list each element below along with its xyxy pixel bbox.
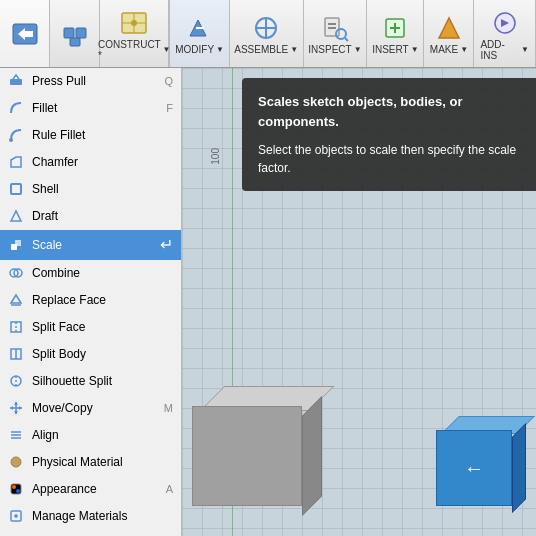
toolbar-inspect[interactable]: INSPECT ▼: [304, 0, 368, 67]
menu-item-draft[interactable]: Draft: [0, 203, 181, 230]
blue-cube: ←: [436, 416, 526, 506]
silhouette-split-label: Silhouette Split: [32, 374, 173, 388]
replace-face-icon: [8, 292, 24, 308]
tooltip-title: Scales sketch objects, bodies, or compon…: [258, 92, 536, 131]
menu-item-split-face[interactable]: Split Face: [0, 314, 181, 341]
modify-menu: Press Pull Q Fillet F Rule Fillet Chamfe…: [0, 68, 182, 536]
objects-area: ←: [192, 386, 526, 506]
press-pull-label: Press Pull: [32, 74, 156, 88]
svg-point-37: [11, 457, 21, 467]
split-body-label: Split Body: [32, 347, 173, 361]
canvas-area[interactable]: 100 Scales sketch objects, bodies, or co…: [182, 68, 536, 536]
draft-icon: [8, 208, 24, 224]
svg-point-40: [16, 489, 20, 493]
svg-point-9: [131, 20, 137, 26]
toolbar-addins[interactable]: ADD-INS ▼: [474, 0, 536, 67]
gray-cube-front: [192, 406, 302, 506]
svg-point-19: [9, 138, 13, 142]
toolbar-assemble[interactable]: ASSEMBLE ▼: [230, 0, 304, 67]
inspect-icon: [319, 12, 351, 44]
toolbar-make[interactable]: MAKE ▼: [424, 0, 474, 67]
move-copy-label: Move/Copy: [32, 401, 156, 415]
svg-marker-30: [14, 402, 18, 405]
menu-item-fillet[interactable]: Fillet F: [0, 95, 181, 122]
shell-icon: [8, 181, 24, 197]
insert-icon: [379, 12, 411, 44]
svg-rect-4: [76, 28, 86, 38]
split-face-icon: [8, 319, 24, 335]
gray-cube-right: [302, 396, 322, 516]
svg-marker-31: [14, 411, 18, 414]
menu-item-silhouette-split[interactable]: Silhouette Split: [0, 368, 181, 395]
svg-marker-33: [19, 406, 22, 410]
toolbar-insert[interactable]: INSERT ▼: [367, 0, 424, 67]
chamfer-icon: [8, 154, 24, 170]
assemble-label: ASSEMBLE ▼: [234, 44, 298, 55]
svg-rect-5: [70, 38, 80, 46]
toolbar: CONSTRUCT * ▼ MODIFY ▼: [0, 0, 536, 68]
make-icon: [433, 12, 465, 44]
svg-rect-22: [15, 240, 21, 246]
appearance-icon: [8, 481, 24, 497]
draft-label: Draft: [32, 209, 165, 223]
addins-label: ADD-INS ▼: [480, 39, 529, 61]
menu-item-appearance[interactable]: Appearance A: [0, 476, 181, 503]
menu-item-physical-material[interactable]: Physical Material: [0, 449, 181, 476]
blue-cube-right: [512, 423, 526, 513]
back-icon: [9, 18, 41, 50]
menu-item-combine[interactable]: Combine: [0, 260, 181, 287]
menu-item-split-body[interactable]: Split Body: [0, 341, 181, 368]
press-pull-shortcut: Q: [164, 75, 173, 87]
menu-item-scale[interactable]: Scale ↵: [0, 230, 181, 260]
svg-marker-32: [10, 406, 13, 410]
menu-item-align[interactable]: Align: [0, 422, 181, 449]
silhouette-split-icon: [8, 373, 24, 389]
construct-label: CONSTRUCT * ▼: [98, 39, 171, 61]
menu-item-move-copy[interactable]: Move/Copy M: [0, 395, 181, 422]
menu-item-chamfer[interactable]: Chamfer: [0, 149, 181, 176]
svg-rect-38: [11, 484, 21, 494]
scale-label: Scale: [32, 238, 152, 252]
physical-material-label: Physical Material: [32, 455, 173, 469]
svg-rect-18: [10, 79, 22, 85]
menu-item-replace-face[interactable]: Replace Face: [0, 287, 181, 314]
construct-icon: [118, 7, 150, 39]
manage-materials-label: Manage Materials: [32, 509, 173, 523]
align-icon: [8, 427, 24, 443]
gray-cube: [192, 386, 322, 506]
assemble-icon: [59, 18, 91, 50]
shell-label: Shell: [32, 182, 165, 196]
blue-cube-front: ←: [436, 430, 512, 506]
modify-label: MODIFY ▼: [175, 44, 224, 55]
combine-label: Combine: [32, 266, 173, 280]
addins-icon: [489, 7, 521, 39]
toolbar-modify[interactable]: MODIFY ▼: [170, 0, 229, 67]
fillet-icon: [8, 100, 24, 116]
manage-materials-icon: [8, 508, 24, 524]
appearance-shortcut: A: [166, 483, 173, 495]
svg-rect-2: [25, 31, 33, 37]
combine-icon: [8, 265, 24, 281]
menu-item-delete[interactable]: Delete Del: [0, 530, 181, 536]
press-pull-icon: [8, 73, 24, 89]
toolbar-construct[interactable]: CONSTRUCT * ▼: [100, 0, 169, 67]
menu-item-shell[interactable]: Shell: [0, 176, 181, 203]
menu-item-rule-fillet[interactable]: Rule Fillet: [0, 122, 181, 149]
fillet-label: Fillet: [32, 101, 158, 115]
toolbar-assemble-icon[interactable]: [50, 0, 100, 67]
rule-fillet-label: Rule Fillet: [32, 128, 165, 142]
insert-label: INSERT ▼: [372, 44, 418, 55]
rule-fillet-icon: [8, 127, 24, 143]
scale-tooltip: Scales sketch objects, bodies, or compon…: [242, 78, 536, 191]
main-area: Press Pull Q Fillet F Rule Fillet Chamfe…: [0, 68, 536, 536]
inspect-label: INSPECT ▼: [308, 44, 361, 55]
menu-item-press-pull[interactable]: Press Pull Q: [0, 68, 181, 95]
svg-rect-20: [11, 184, 21, 194]
make-label: MAKE ▼: [430, 44, 468, 55]
svg-line-15: [345, 38, 348, 41]
menu-item-manage-materials[interactable]: Manage Materials: [0, 503, 181, 530]
split-face-label: Split Face: [32, 320, 173, 334]
scale-active-indicator: ↵: [160, 235, 173, 254]
split-body-icon: [8, 346, 24, 362]
toolbar-back[interactable]: [0, 0, 50, 67]
